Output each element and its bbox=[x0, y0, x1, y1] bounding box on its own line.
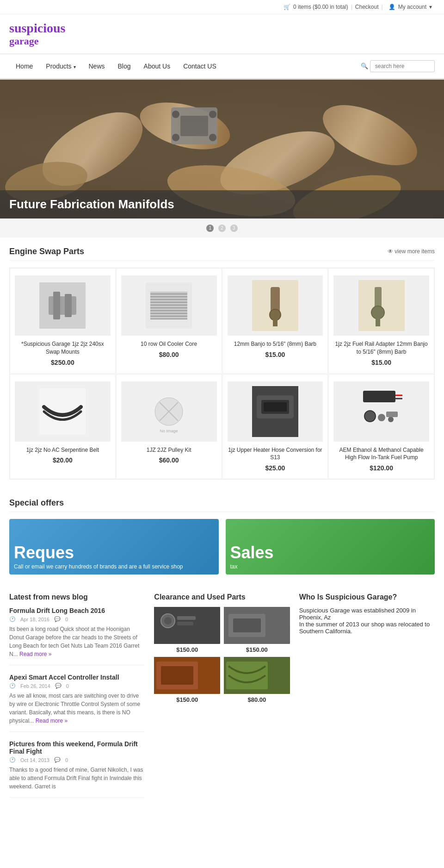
product-image bbox=[228, 275, 323, 336]
product-price: $60.00 bbox=[121, 456, 217, 464]
clearance-item[interactable]: $150.00 bbox=[154, 607, 220, 653]
nav-home[interactable]: Home bbox=[9, 54, 39, 78]
product-price: $80.00 bbox=[121, 351, 217, 358]
nav-contact[interactable]: Contact US bbox=[177, 54, 223, 78]
product-price: $120.00 bbox=[333, 464, 429, 472]
svg-rect-31 bbox=[271, 287, 280, 312]
product-image: No Image bbox=[121, 381, 217, 442]
product-image bbox=[333, 381, 429, 442]
product-image bbox=[333, 275, 429, 336]
special-offers-grid: Reques Call or email we carry hundreds o… bbox=[9, 519, 435, 575]
blog-title: Formula Drift Long Beach 2016 bbox=[9, 607, 145, 614]
blog-comments: 0 bbox=[65, 617, 68, 622]
chevron-down-icon: ▾ bbox=[74, 64, 76, 69]
blog-excerpt: Thanks to a good friend of mine, Garret … bbox=[9, 766, 145, 791]
svg-rect-17 bbox=[65, 294, 72, 317]
svg-point-52 bbox=[364, 411, 376, 422]
blog-date: Apr 18, 2016 bbox=[20, 617, 49, 622]
read-more-link[interactable]: Read more » bbox=[19, 651, 51, 657]
product-image bbox=[15, 381, 111, 442]
read-more-link[interactable]: Read more » bbox=[36, 718, 68, 724]
svg-rect-16 bbox=[53, 292, 60, 319]
who-is-text1: Suspicious Garage was established 2009 i… bbox=[299, 607, 435, 621]
nav-news[interactable]: News bbox=[82, 54, 111, 78]
checkout-link[interactable]: Checkout bbox=[355, 4, 379, 10]
product-name: 1jz Upper Heater Hose Conversion for S13 bbox=[228, 446, 323, 462]
product-card[interactable]: 1jz 2jz No AC Serpentine Belt $20.00 bbox=[10, 374, 116, 480]
svg-rect-60 bbox=[177, 622, 193, 625]
product-card[interactable]: 12mm Banjo to 5/16" (8mm) Barb $15.00 bbox=[222, 268, 328, 374]
clearance-price: $150.00 bbox=[154, 696, 220, 703]
section-title: Special offers bbox=[9, 498, 64, 508]
cart-icon: 🛒 bbox=[284, 4, 290, 10]
offer-card-sales[interactable]: Sales tax bbox=[226, 519, 435, 575]
hero-dot-1[interactable]: 1 bbox=[206, 225, 214, 232]
main-nav: Home Products ▾ News Blog About Us Conta… bbox=[0, 54, 444, 80]
blog-meta: 🕐 Apr 18, 2016 💬 0 bbox=[9, 616, 145, 622]
product-price: $25.00 bbox=[228, 464, 323, 472]
blog-excerpt: Its been a long road Quick shoot at the … bbox=[9, 625, 145, 658]
clearance-col: Clearance and Used Parts $150.00 bbox=[154, 593, 290, 806]
product-name: 10 row Oil Cooler Core bbox=[121, 340, 217, 348]
section-title: Engine Swap Parts bbox=[9, 247, 84, 256]
svg-point-54 bbox=[388, 417, 394, 422]
product-price: $15.00 bbox=[333, 359, 429, 366]
product-name: 1jz 2jz No AC Serpentine Belt bbox=[15, 446, 111, 454]
search-form: 🔍 bbox=[361, 60, 435, 72]
svg-rect-38 bbox=[39, 388, 86, 435]
product-card[interactable]: AEM Ethanol & Methanol Capable High Flow… bbox=[328, 374, 434, 480]
product-card[interactable]: *Suspicious Garage 1jz 2jz 240sx Swap Mo… bbox=[10, 268, 116, 374]
svg-text:No Image: No Image bbox=[160, 429, 178, 433]
comment-icon: 💬 bbox=[55, 683, 62, 689]
svg-rect-55 bbox=[386, 412, 398, 417]
clearance-item[interactable]: $150.00 bbox=[224, 607, 290, 653]
account-link[interactable]: My account bbox=[398, 4, 426, 10]
clearance-item[interactable]: $80.00 bbox=[224, 657, 290, 703]
svg-rect-37 bbox=[376, 318, 380, 326]
cart-link[interactable]: 0 items ($0.00 in total) bbox=[293, 4, 348, 10]
blog-post: Apexi Smart Accel Controller Install 🕐 F… bbox=[9, 674, 145, 732]
clearance-image bbox=[224, 657, 290, 694]
clock-icon: 🕐 bbox=[9, 757, 16, 763]
clearance-image bbox=[154, 607, 220, 644]
hero-dot-2[interactable]: 2 bbox=[218, 225, 226, 232]
site-header: suspicious garage bbox=[0, 14, 444, 54]
svg-point-36 bbox=[371, 306, 384, 319]
product-price: $250.00 bbox=[15, 359, 111, 366]
svg-point-32 bbox=[270, 309, 281, 320]
view-more-link[interactable]: view more items bbox=[388, 248, 435, 255]
engine-swap-section: Engine Swap Parts view more items *Suspi… bbox=[0, 237, 444, 489]
offer-big-text: Sales bbox=[230, 544, 431, 561]
nav-blog[interactable]: Blog bbox=[111, 54, 137, 78]
account-icon: 👤 bbox=[388, 4, 395, 10]
product-card[interactable]: 1jz 2jz Fuel Rail Adapter 12mm Banjo to … bbox=[328, 268, 434, 374]
product-name: *Suspicious Garage 1jz 2jz 240sx Swap Mo… bbox=[15, 340, 111, 356]
svg-rect-59 bbox=[177, 616, 196, 620]
product-card[interactable]: No Image 1JZ 2JZ Pulley Kit $60.00 bbox=[116, 374, 222, 480]
nav-about[interactable]: About Us bbox=[137, 54, 177, 78]
blog-post: Pictures from this weekend, Formula Drif… bbox=[9, 740, 145, 798]
offer-card-request[interactable]: Reques Call or email we carry hundreds o… bbox=[9, 519, 219, 575]
top-bar: 🛒 0 items ($0.00 in total) | Checkout | … bbox=[0, 0, 444, 14]
svg-rect-66 bbox=[161, 666, 193, 685]
product-name: AEM Ethanol & Methanol Capable High Flow… bbox=[333, 446, 429, 462]
svg-rect-63 bbox=[233, 618, 261, 632]
nav-products[interactable]: Products ▾ bbox=[39, 54, 82, 78]
hero-dot-3[interactable]: 3 bbox=[230, 225, 238, 232]
comment-icon: 💬 bbox=[54, 757, 61, 763]
svg-rect-47 bbox=[264, 402, 287, 412]
logo[interactable]: suspicious garage bbox=[9, 21, 65, 47]
product-card[interactable]: 10 row Oil Cooler Core $80.00 bbox=[116, 268, 222, 374]
product-name: 12mm Banjo to 5/16" (8mm) Barb bbox=[228, 340, 323, 348]
product-grid: *Suspicious Garage 1jz 2jz 240sx Swap Mo… bbox=[9, 268, 435, 480]
clearance-price: $80.00 bbox=[224, 696, 290, 703]
col-title: Who Is Suspicious Garage? bbox=[299, 593, 435, 601]
search-input[interactable] bbox=[370, 60, 435, 72]
product-card[interactable]: 1jz Upper Heater Hose Conversion for S13… bbox=[222, 374, 328, 480]
product-image bbox=[15, 275, 111, 336]
who-is-col: Who Is Suspicious Garage? Suspicious Gar… bbox=[299, 593, 435, 806]
special-offers-section: Special offers Reques Call or email we c… bbox=[0, 489, 444, 584]
svg-point-12 bbox=[209, 134, 216, 141]
clearance-item[interactable]: $150.00 bbox=[154, 657, 220, 703]
blog-meta: 🕐 Feb 26, 2014 💬 0 bbox=[9, 683, 145, 689]
